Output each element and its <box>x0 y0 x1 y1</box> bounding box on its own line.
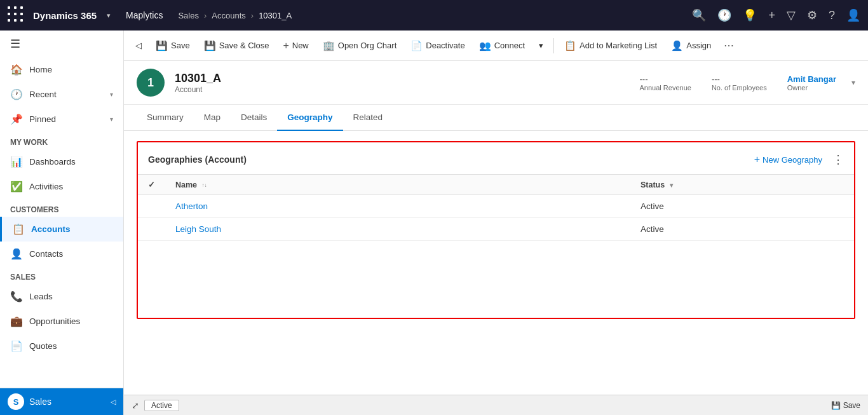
deactivate-button[interactable]: 📄 Deactivate <box>404 37 471 55</box>
record-expand-chevron-icon[interactable]: ▾ <box>851 78 855 87</box>
sidebar-item-activities[interactable]: ✅ Activities <box>0 174 123 199</box>
sales-avatar: S <box>8 393 24 410</box>
add-icon[interactable]: + <box>768 9 775 22</box>
sidebar-dashboards-label: Dashboards <box>29 157 76 167</box>
record-subtitle: Account <box>175 85 630 94</box>
breadcrumb-sales[interactable]: Sales <box>178 11 199 20</box>
my-work-section: My Work <box>0 132 123 149</box>
sidebar-opportunities-label: Opportunities <box>29 316 80 326</box>
assign-icon: 👤 <box>671 40 683 51</box>
search-icon[interactable]: 🔍 <box>692 8 706 22</box>
row2-check[interactable] <box>138 218 165 241</box>
sidebar-item-quotes[interactable]: 📄 Quotes <box>0 334 123 358</box>
profile-icon[interactable]: 👤 <box>846 8 860 22</box>
sidebar-item-recent[interactable]: 🕐 Recent ▾ <box>0 82 123 107</box>
marketing-label: Add to Marketing List <box>580 41 657 50</box>
sidebar-contacts-label: Contacts <box>29 249 63 259</box>
save-close-button[interactable]: 💾 Save & Close <box>198 37 276 55</box>
employees-value: --- <box>712 74 767 84</box>
leigh-south-link[interactable]: Leigh South <box>175 224 221 234</box>
record-title-group: 10301_A Account <box>175 72 630 94</box>
annual-revenue-value: --- <box>640 74 691 84</box>
tab-map[interactable]: Map <box>194 105 231 131</box>
app-grid-icon[interactable] <box>8 6 25 24</box>
row1-check[interactable] <box>138 195 165 218</box>
col-status: Status ▾ <box>630 175 834 195</box>
sidebar-quotes-label: Quotes <box>29 341 57 351</box>
tab-related[interactable]: Related <box>343 105 393 131</box>
sidebar-bottom-chevron-icon: ◁ <box>111 398 116 406</box>
row1-status: Active <box>630 195 834 218</box>
geo-more-options-button[interactable]: ⋮ <box>832 153 844 167</box>
atherton-link[interactable]: Atherton <box>175 201 208 211</box>
save-close-label: Save & Close <box>219 41 269 50</box>
hamburger-menu[interactable]: ☰ <box>0 31 123 57</box>
connect-icon: 👥 <box>479 40 491 51</box>
chevron-more-button[interactable]: ▾ <box>532 37 550 53</box>
name-sort-icons[interactable]: ↑↓ <box>202 182 207 188</box>
sidebar-home-label: Home <box>29 65 52 74</box>
tab-summary[interactable]: Summary <box>137 105 194 131</box>
sidebar-item-opportunities[interactable]: 💼 Opportunities <box>0 309 123 334</box>
record-avatar: 1 <box>137 69 165 97</box>
org-chart-button[interactable]: 🏢 Open Org Chart <box>316 37 403 55</box>
record-meta: --- Annual Revenue --- No. of Employees … <box>640 74 836 92</box>
check-icon[interactable]: ✓ <box>148 180 155 189</box>
geo-table-body: Atherton Active Leigh South Active <box>138 195 854 241</box>
sidebar-item-pinned[interactable]: 📌 Pinned ▾ <box>0 107 123 132</box>
recent-chevron-icon: ▾ <box>110 91 113 98</box>
save-close-icon: 💾 <box>204 40 216 51</box>
row2-name: Leigh South <box>165 218 630 241</box>
name-col-label: Name <box>175 180 197 189</box>
geographies-section: Geographies (Account) + New Geography ⋮ <box>137 141 855 319</box>
status-bar-left: ⤢ Active <box>132 400 824 411</box>
sidebar-item-contacts[interactable]: 👤 Contacts <box>0 242 123 266</box>
sidebar: ☰ 🏠 Home 🕐 Recent ▾ 📌 Pinned ▾ My Work 📊… <box>0 31 124 415</box>
org-chart-label: Open Org Chart <box>338 41 397 50</box>
opportunities-icon: 💼 <box>10 315 23 327</box>
filter-icon[interactable]: ▽ <box>787 8 796 22</box>
connect-button[interactable]: 👥 Connect <box>473 37 531 55</box>
marketing-button[interactable]: 📋 Add to Marketing List <box>558 37 663 55</box>
col-spacer <box>834 175 854 195</box>
sidebar-item-leads[interactable]: 📞 Leads <box>0 284 123 309</box>
deactivate-icon: 📄 <box>410 40 423 51</box>
deactivate-label: Deactivate <box>426 41 465 50</box>
sidebar-item-dashboards[interactable]: 📊 Dashboards <box>0 149 123 174</box>
back-button[interactable]: ◁ <box>129 37 148 53</box>
dashboards-icon: 📊 <box>10 156 23 168</box>
sidebar-item-home[interactable]: 🏠 Home <box>0 57 123 82</box>
save-button[interactable]: 💾 Save <box>149 37 196 55</box>
activities-icon: ✅ <box>10 180 23 193</box>
tab-geography[interactable]: Geography <box>277 105 342 131</box>
expand-icon[interactable]: ⤢ <box>132 400 139 411</box>
status-sort-icon[interactable]: ▾ <box>670 182 673 189</box>
record-header: 1 10301_A Account --- Annual Revenue ---… <box>124 61 868 105</box>
question-icon[interactable]: ? <box>829 9 835 22</box>
toolbar-separator <box>553 38 554 53</box>
status-col-label: Status <box>641 180 665 189</box>
new-geography-button[interactable]: + New Geography <box>749 151 827 168</box>
assign-button[interactable]: 👤 Assign <box>665 37 717 55</box>
sidebar-activities-label: Activities <box>29 182 63 191</box>
breadcrumb-accounts[interactable]: Accounts <box>212 11 245 20</box>
new-button[interactable]: + New <box>276 37 315 55</box>
app-title-chevron[interactable]: ▾ <box>107 11 111 20</box>
owner-value[interactable]: Amit Bangar <box>787 74 836 84</box>
sidebar-item-accounts[interactable]: 📋 Accounts <box>0 217 123 242</box>
more-options-icon[interactable]: ⋯ <box>719 36 739 55</box>
record-title: 10301_A <box>175 72 630 85</box>
quotes-icon: 📄 <box>10 340 23 352</box>
status-bar-right: 💾 Save <box>831 401 860 410</box>
settings-icon[interactable]: ⚙ <box>807 8 817 22</box>
employees-field: --- No. of Employees <box>712 74 767 92</box>
owner-field: Amit Bangar Owner <box>787 74 836 92</box>
status-save-button[interactable]: 💾 Save <box>831 401 860 410</box>
tab-details[interactable]: Details <box>231 105 277 131</box>
status-bar: ⤢ Active 💾 Save <box>124 395 868 415</box>
sidebar-bottom-item[interactable]: S Sales ◁ <box>0 388 123 415</box>
sidebar-bottom-label: Sales <box>29 397 51 407</box>
help-icon[interactable]: 💡 <box>743 8 757 22</box>
table-row: Leigh South Active <box>138 218 854 241</box>
recent-icon[interactable]: 🕐 <box>717 8 731 22</box>
